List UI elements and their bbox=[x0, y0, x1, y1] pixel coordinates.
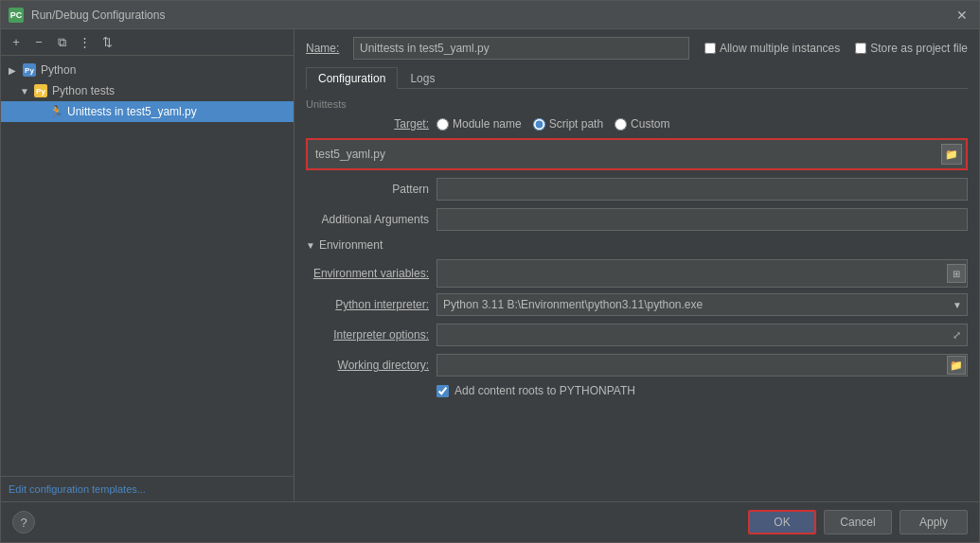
help-button[interactable]: ? bbox=[12, 511, 35, 534]
interpreter-options-expand-button[interactable]: ⤢ bbox=[947, 325, 966, 344]
python-tests-icon: Py bbox=[33, 83, 48, 98]
radio-script-path: Script path bbox=[533, 117, 603, 131]
close-button[interactable]: ✕ bbox=[953, 8, 971, 23]
env-vars-input-wrap: ⊞ bbox=[437, 259, 968, 288]
script-path-browse-button[interactable]: 📁 bbox=[941, 144, 962, 165]
python-interpreter-label: Python interpreter: bbox=[306, 298, 429, 311]
interpreter-options-input[interactable] bbox=[437, 324, 968, 346]
tree-label-python-tests: Python tests bbox=[52, 84, 115, 97]
radio-script-path-input[interactable] bbox=[533, 118, 545, 131]
radio-custom-input[interactable] bbox=[615, 118, 627, 131]
python-icon: Py bbox=[22, 62, 37, 78]
allow-multiple-label: Allow multiple instances bbox=[704, 42, 840, 55]
interpreter-options-label: Interpreter options: bbox=[306, 328, 429, 342]
section-label: Unittests bbox=[306, 98, 968, 110]
radio-module-name-input[interactable] bbox=[437, 118, 449, 131]
options-checkboxes: Allow multiple instances Store as projec… bbox=[704, 42, 968, 55]
name-input[interactable] bbox=[353, 37, 689, 60]
bottom-bar: ? OK Cancel Apply bbox=[1, 501, 979, 542]
pattern-label: Pattern bbox=[306, 183, 429, 196]
tab-configuration[interactable]: Configuration bbox=[306, 67, 398, 89]
pattern-input[interactable] bbox=[437, 178, 968, 201]
right-panel: Name: Allow multiple instances Store as … bbox=[294, 29, 979, 501]
additional-args-label: Additional Arguments bbox=[306, 213, 429, 226]
tree-item-python-tests[interactable]: ▼ Py Python tests bbox=[1, 80, 294, 101]
tree-item-python[interactable]: ▶ Py Python bbox=[1, 60, 294, 80]
content-area: + − ⧉ ⋮ ⇅ ▶ Py Python ▼ bbox=[1, 29, 979, 501]
tree-label-python: Python bbox=[41, 63, 76, 77]
allow-multiple-checkbox[interactable] bbox=[704, 43, 716, 54]
tree-arrow-python: ▶ bbox=[9, 65, 20, 76]
copy-config-button[interactable]: ⧉ bbox=[52, 33, 71, 52]
interpreter-select-wrap: Python 3.11 B:\Environment\python3.11\py… bbox=[437, 293, 968, 316]
script-path-row: 📁 bbox=[306, 138, 968, 170]
name-label: Name: bbox=[306, 42, 346, 55]
edit-templates-link[interactable]: Edit configuration templates... bbox=[9, 483, 146, 495]
interpreter-select[interactable]: Python 3.11 B:\Environment\python3.11\py… bbox=[437, 293, 968, 316]
radio-module-name: Module name bbox=[437, 117, 522, 131]
interpreter-options-wrap: ⤢ bbox=[437, 324, 968, 346]
pattern-row: Pattern bbox=[306, 178, 968, 201]
config-tree: ▶ Py Python ▼ Py Python tests bbox=[1, 56, 294, 476]
dialog-icon: PC bbox=[9, 8, 24, 23]
tab-logs[interactable]: Logs bbox=[398, 67, 447, 89]
env-vars-expand-button[interactable]: ⊞ bbox=[947, 264, 966, 283]
working-directory-row: Working directory: 📁 bbox=[306, 354, 968, 377]
name-row: Name: Allow multiple instances Store as … bbox=[306, 37, 968, 60]
target-radio-group: Module name Script path Custom bbox=[437, 117, 669, 131]
left-panel: + − ⧉ ⋮ ⇅ ▶ Py Python ▼ bbox=[1, 29, 294, 501]
tree-arrow-python-tests: ▼ bbox=[20, 86, 31, 96]
target-label: Target: bbox=[306, 117, 429, 131]
bottom-left: ? bbox=[12, 511, 740, 534]
radio-custom: Custom bbox=[615, 117, 669, 131]
env-vars-label: Environment variables: bbox=[306, 267, 429, 280]
additional-args-input[interactable] bbox=[437, 208, 968, 231]
sort-config-button[interactable]: ⇅ bbox=[98, 33, 116, 52]
tree-label-config: Unittests in test5_yaml.py bbox=[67, 105, 197, 118]
add-config-button[interactable]: + bbox=[7, 33, 26, 52]
ok-button[interactable]: OK bbox=[748, 510, 816, 534]
remove-config-button[interactable]: − bbox=[29, 33, 48, 52]
target-row: Target: Module name Script path Custom bbox=[306, 117, 968, 131]
edit-templates-link-container: Edit configuration templates... bbox=[1, 476, 294, 501]
working-directory-browse-button[interactable]: 📁 bbox=[947, 356, 966, 375]
python-interpreter-row: Python interpreter: Python 3.11 B:\Envir… bbox=[306, 293, 968, 316]
dialog-title: Run/Debug Configurations bbox=[31, 9, 953, 22]
cancel-button[interactable]: Cancel bbox=[824, 510, 892, 534]
add-content-roots-label: Add content roots to PYTHONPATH bbox=[454, 384, 635, 397]
script-path-input[interactable] bbox=[312, 146, 941, 163]
configuration-tabs: Configuration Logs bbox=[306, 67, 968, 89]
env-section-arrow: ▼ bbox=[306, 240, 315, 251]
add-content-roots-checkbox[interactable] bbox=[437, 385, 449, 397]
left-toolbar: + − ⧉ ⋮ ⇅ bbox=[1, 29, 294, 56]
test-config-icon: 🏃 bbox=[48, 104, 63, 119]
tree-item-config[interactable]: 🏃 Unittests in test5_yaml.py bbox=[1, 101, 294, 122]
interpreter-options-row: Interpreter options: ⤢ bbox=[306, 324, 968, 346]
env-vars-row: Environment variables: ⊞ bbox=[306, 259, 968, 288]
run-debug-dialog: PC Run/Debug Configurations ✕ + − ⧉ ⋮ ⇅ … bbox=[0, 0, 980, 543]
store-as-project-checkbox[interactable] bbox=[855, 43, 866, 54]
additional-args-row: Additional Arguments bbox=[306, 208, 968, 231]
store-as-project-label: Store as project file bbox=[855, 42, 968, 55]
env-section-title: Environment bbox=[319, 238, 383, 252]
move-config-button[interactable]: ⋮ bbox=[75, 33, 94, 52]
title-bar: PC Run/Debug Configurations ✕ bbox=[1, 1, 979, 29]
env-vars-input[interactable] bbox=[437, 259, 968, 288]
working-directory-input[interactable] bbox=[437, 354, 968, 377]
environment-section-header[interactable]: ▼ Environment bbox=[306, 238, 968, 252]
add-content-roots-row: Add content roots to PYTHONPATH bbox=[306, 384, 968, 397]
working-directory-label: Working directory: bbox=[306, 359, 429, 372]
apply-button[interactable]: Apply bbox=[900, 510, 968, 534]
